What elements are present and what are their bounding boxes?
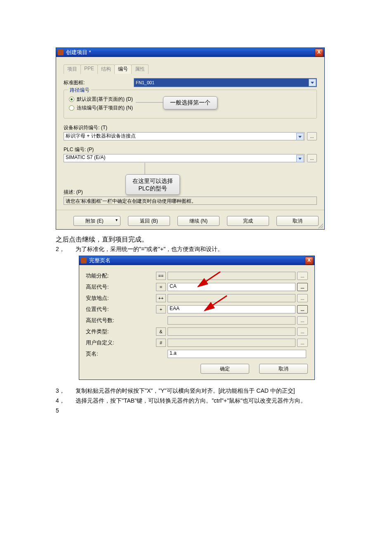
radio-sequential-label: 连续编号(基于项目的) (N) (77, 104, 133, 111)
prefix-box: == (156, 272, 166, 280)
desc-label: 描述: (P) (64, 189, 317, 196)
browse-button[interactable]: ... (297, 283, 308, 291)
dialog2-title: 完整页名 (89, 257, 111, 264)
device-id-value: 标识字母 + 计数器和设备连接点 (66, 133, 136, 139)
field-label: 安放地点: (86, 294, 156, 302)
item4-text: 选择元器件，按下"TAB"键，可以转换元器件的方向。"ctrl"+"鼠标"也可以… (76, 397, 336, 405)
text-field[interactable]: CA (168, 283, 295, 291)
text-field[interactable]: EAA (168, 305, 295, 313)
item5-text (76, 407, 336, 414)
cancel-button[interactable]: 取消 (276, 216, 319, 226)
cancel-button[interactable]: 取消 (259, 364, 308, 374)
path-number-group: 路径编号 默认设置(基于页面的) (D) 连续编号(基于项目的) (N) 一般选… (64, 90, 317, 119)
plc-value: SIMATIC S7 (E/A) (66, 154, 105, 160)
item3-text: 复制粘贴元器件的时候按下"X"，"Y"可以横向竖向对齐。[此功能相当于 CAD … (76, 387, 336, 395)
callout2-line2: PLC的型号 (138, 185, 167, 192)
continue-button[interactable]: 继续 (N) (177, 216, 220, 226)
text-field[interactable] (168, 294, 295, 302)
device-id-label: 设备标识符编号: (T) (64, 124, 317, 131)
plc-browse-button[interactable]: ... (307, 154, 317, 162)
tab-project[interactable]: 项目 (64, 64, 81, 74)
prefix-box: & (156, 327, 166, 336)
callout1-pointer (136, 102, 164, 103)
browse-button[interactable]: ... (297, 327, 308, 336)
browse-button[interactable]: ... (297, 294, 308, 302)
browse-button[interactable]: ... (297, 339, 308, 347)
std-frame-label: 标准图框: (64, 79, 134, 86)
app-icon (81, 258, 87, 263)
dialog1-titlebar[interactable]: 创建项目 * X (56, 48, 324, 57)
callout-plc-type: 在这里可以选择 PLC的型号 (125, 174, 180, 195)
instruction-line1: 之后点击继续，直到项目完成。 (56, 235, 336, 244)
text-field[interactable] (168, 316, 295, 325)
prefix-box: = (156, 283, 166, 291)
device-id-browse-button[interactable]: ... (307, 132, 317, 140)
field-label: 文件类型: (86, 328, 156, 335)
app-icon (58, 50, 64, 55)
field-label: 用户自定义: (86, 339, 156, 346)
chevron-down-icon[interactable] (309, 79, 316, 86)
item4-number: 4， (56, 397, 76, 405)
add-button[interactable]: 附加 (E) (73, 216, 120, 226)
resize-grip-icon[interactable] (318, 223, 323, 228)
radio-default-label: 默认设置(基于页面的) (D) (77, 96, 133, 103)
tab-attributes[interactable]: 属性 (131, 64, 149, 74)
std-frame-select[interactable]: FN1_001 (134, 78, 317, 87)
field-label: 高层代号数: (86, 317, 156, 324)
form-row: 页名:1.a (86, 350, 308, 358)
item3-number: 3， (56, 387, 76, 395)
field-label: 位置代号: (86, 306, 156, 313)
chevron-down-icon[interactable] (296, 133, 304, 140)
finish-button[interactable]: 完成 (227, 216, 269, 226)
tab-ppe[interactable]: PPE (80, 64, 98, 74)
prefix-box: # (156, 339, 166, 347)
radio-sequential[interactable] (69, 105, 74, 111)
prefix-box: + (156, 305, 166, 313)
dialog2-titlebar[interactable]: 完整页名 X (79, 256, 314, 265)
browse-button[interactable]: ... (297, 316, 308, 325)
form-row: 位置代号:+EAA... (86, 305, 308, 313)
prefix-box: ++ (156, 294, 166, 302)
chevron-down-icon[interactable] (296, 155, 304, 162)
back-button[interactable]: 返回 (B) (128, 216, 170, 226)
form-row: 功能分配:==... (86, 272, 308, 280)
ok-button[interactable]: 确定 (201, 364, 249, 374)
item5-number: 5 (56, 407, 76, 414)
tab-number[interactable]: 编号 (114, 64, 132, 74)
path-number-legend: 路径编号 (68, 87, 91, 94)
device-id-select[interactable]: 标识字母 + 计数器和设备连接点 (64, 132, 305, 140)
plc-label: PLC 编号: (P) (64, 146, 317, 153)
close-button[interactable]: X (305, 257, 313, 265)
field-label: 页名: (86, 350, 156, 358)
tab-structure[interactable]: 结构 (97, 64, 115, 74)
form-row: 高层代号:=CA... (86, 283, 308, 291)
form-row: 高层代号数:... (86, 316, 308, 325)
text-field[interactable] (168, 327, 295, 336)
browse-button[interactable]: ... (297, 305, 308, 313)
form-row: 文件类型:&... (86, 327, 308, 336)
text-field[interactable] (168, 272, 295, 280)
full-page-name-dialog: 完整页名 X 功能分配:==...高层代号:=CA...安放地点:++...位置… (79, 256, 315, 380)
field-label: 高层代号: (86, 283, 156, 291)
item2-number: 2， (56, 246, 76, 253)
form-row: 用户自定义:#... (86, 339, 308, 347)
callout2-line1: 在这里可以选择 (132, 178, 173, 184)
callout-first-choice: 一般选择第一个 (163, 96, 217, 109)
tabs: 项目 PPE 结构 编号 属性 (64, 64, 317, 74)
radio-default[interactable] (69, 97, 74, 102)
close-button[interactable]: X (315, 49, 323, 57)
dialog1-title: 创建项目 * (66, 49, 91, 56)
plc-select[interactable]: SIMATIC S7 (E/A) (64, 154, 305, 162)
browse-button[interactable]: ... (297, 272, 308, 280)
item2-text: 为了标准化，采用统一的"="或者"+"，也方便查询和设计。 (76, 246, 336, 253)
create-project-dialog: 创建项目 * X 项目 PPE 结构 编号 属性 标准图框: FN1_001 (56, 47, 325, 230)
dialog1-button-row: 附加 (E) 返回 (B) 继续 (N) 完成 取消 (56, 210, 324, 229)
std-frame-value: FN1_001 (136, 80, 154, 85)
text-field[interactable] (168, 339, 295, 347)
desc-field: 请您在'标准图框'一栏中确定在创建页时自动使用哪种图框。 (64, 197, 317, 205)
text-field[interactable]: 1.a (168, 350, 306, 358)
callout2-pointer (144, 163, 145, 175)
form-row: 安放地点:++... (86, 294, 308, 302)
field-label: 功能分配: (86, 272, 156, 280)
